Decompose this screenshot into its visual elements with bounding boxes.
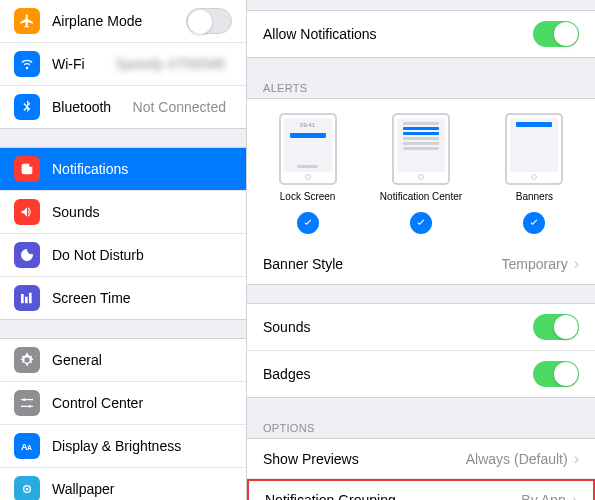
wallpaper-label: Wallpaper — [52, 481, 232, 497]
screentime-label: Screen Time — [52, 290, 232, 306]
general-icon — [14, 347, 40, 373]
center-label: Notification Center — [380, 191, 462, 202]
sidebar-item-screentime[interactable]: Screen Time — [0, 277, 246, 319]
badges-label: Badges — [263, 366, 533, 382]
allow-group: Allow Notifications — [247, 10, 595, 58]
svg-text:A: A — [27, 444, 32, 451]
sidebar-group-connectivity: Airplane Mode Wi-Fi Speedy-XTREME Blueto… — [0, 0, 246, 129]
sounds-icon — [14, 199, 40, 225]
banner-style-row[interactable]: Banner Style Temporary › — [247, 244, 595, 284]
alert-center[interactable]: Notification Center — [380, 113, 462, 234]
banners-check[interactable] — [523, 212, 545, 234]
wifi-icon — [14, 51, 40, 77]
sidebar-item-sounds[interactable]: Sounds — [0, 191, 246, 234]
lockscreen-preview: 09:41 — [279, 113, 337, 185]
sidebar-item-dnd[interactable]: Do Not Disturb — [0, 234, 246, 277]
center-preview — [392, 113, 450, 185]
sidebar-item-wallpaper[interactable]: Wallpaper — [0, 468, 246, 500]
airplane-toggle[interactable] — [186, 8, 232, 34]
sidebar-item-airplane[interactable]: Airplane Mode — [0, 0, 246, 43]
airplane-icon — [14, 8, 40, 34]
bluetooth-label: Bluetooth — [52, 99, 133, 115]
sounds-label: Sounds — [52, 204, 232, 220]
grouping-label: Notification Grouping — [265, 492, 521, 500]
settings-sidebar: Airplane Mode Wi-Fi Speedy-XTREME Blueto… — [0, 0, 247, 500]
bluetooth-value: Not Connected — [133, 99, 226, 115]
show-previews-label: Show Previews — [263, 451, 466, 467]
sidebar-group-notifications: Notifications Sounds Do Not Disturb Scre… — [0, 147, 246, 320]
alert-style-row: 09:41 Lock Screen — [247, 99, 595, 244]
display-label: Display & Brightness — [52, 438, 232, 454]
allow-label: Allow Notifications — [263, 26, 533, 42]
options-group: Show Previews Always (Default) › Notific… — [247, 438, 595, 500]
dnd-label: Do Not Disturb — [52, 247, 232, 263]
show-previews-value: Always (Default) — [466, 451, 568, 467]
banners-label: Banners — [516, 191, 553, 202]
chevron-icon: › — [572, 491, 577, 500]
options-header: Options — [247, 416, 595, 438]
allow-notifications-row[interactable]: Allow Notifications — [247, 11, 595, 57]
lockscreen-label: Lock Screen — [280, 191, 336, 202]
wifi-label: Wi-Fi — [52, 56, 116, 72]
detail-pane: Allow Notifications Alerts 09:41 Lock Sc… — [247, 0, 595, 500]
sidebar-item-general[interactable]: General — [0, 339, 246, 382]
bluetooth-icon — [14, 94, 40, 120]
allow-toggle[interactable] — [533, 21, 579, 47]
notifications-icon — [14, 156, 40, 182]
sounds-label-main: Sounds — [263, 319, 533, 335]
controlcenter-label: Control Center — [52, 395, 232, 411]
wallpaper-icon — [14, 476, 40, 500]
banner-style-value: Temporary — [502, 256, 568, 272]
svg-point-7 — [26, 488, 29, 491]
center-check[interactable] — [410, 212, 432, 234]
notification-grouping-row[interactable]: Notification Grouping By App › — [247, 479, 595, 500]
sounds-badges-group: Sounds Badges — [247, 303, 595, 398]
screentime-icon — [14, 285, 40, 311]
show-previews-row[interactable]: Show Previews Always (Default) › — [247, 439, 595, 479]
svg-point-3 — [28, 405, 31, 408]
svg-point-1 — [29, 163, 33, 167]
general-label: General — [52, 352, 232, 368]
controlcenter-icon — [14, 390, 40, 416]
alert-lockscreen[interactable]: 09:41 Lock Screen — [279, 113, 337, 234]
dnd-icon — [14, 242, 40, 268]
grouping-value: By App — [521, 492, 565, 500]
sidebar-item-controlcenter[interactable]: Control Center — [0, 382, 246, 425]
sidebar-item-display[interactable]: AA Display & Brightness — [0, 425, 246, 468]
sidebar-item-wifi[interactable]: Wi-Fi Speedy-XTREME — [0, 43, 246, 86]
wifi-value: Speedy-XTREME — [116, 56, 226, 72]
sidebar-group-general: General Control Center AA Display & Brig… — [0, 338, 246, 500]
alert-banners[interactable]: Banners — [505, 113, 563, 234]
chevron-icon: › — [574, 255, 579, 273]
sidebar-item-notifications[interactable]: Notifications — [0, 148, 246, 191]
alerts-header: Alerts — [247, 76, 595, 98]
alerts-group: 09:41 Lock Screen — [247, 98, 595, 285]
banners-preview — [505, 113, 563, 185]
chevron-icon: › — [574, 450, 579, 468]
lockscreen-check[interactable] — [297, 212, 319, 234]
badges-toggle[interactable] — [533, 361, 579, 387]
badges-row[interactable]: Badges — [247, 351, 595, 397]
svg-point-2 — [23, 398, 26, 401]
display-icon: AA — [14, 433, 40, 459]
sounds-row[interactable]: Sounds — [247, 304, 595, 351]
sidebar-item-bluetooth[interactable]: Bluetooth Not Connected — [0, 86, 246, 128]
banner-style-label: Banner Style — [263, 256, 502, 272]
airplane-label: Airplane Mode — [52, 13, 186, 29]
sounds-toggle[interactable] — [533, 314, 579, 340]
notifications-label: Notifications — [52, 161, 232, 177]
